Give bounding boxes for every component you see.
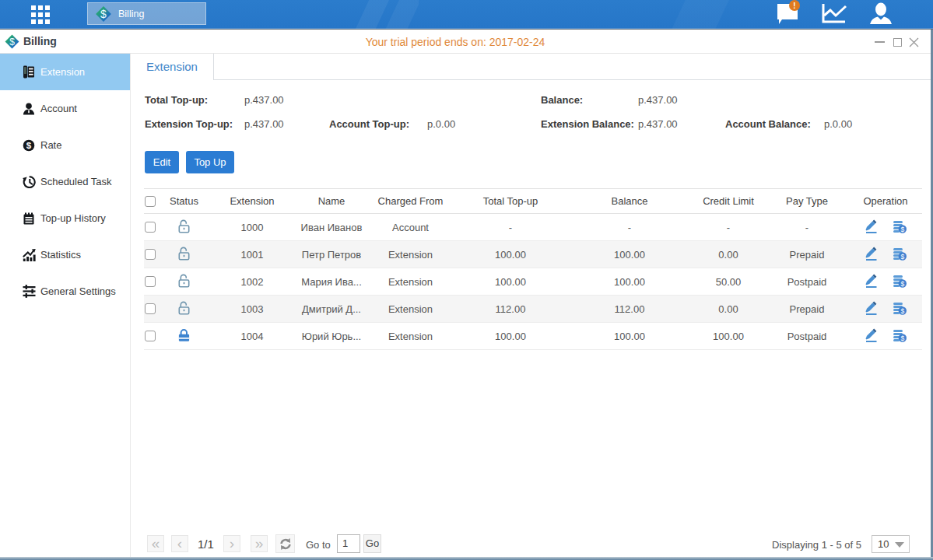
svg-text:$: $ xyxy=(100,8,107,20)
svg-text:$: $ xyxy=(900,334,904,342)
svg-text:$: $ xyxy=(900,253,904,261)
svg-text:!: ! xyxy=(793,2,795,10)
svg-text:$: $ xyxy=(900,226,904,233)
svg-text:$: $ xyxy=(26,141,32,150)
svg-text:$: $ xyxy=(900,307,904,315)
svg-text:$: $ xyxy=(900,280,904,288)
